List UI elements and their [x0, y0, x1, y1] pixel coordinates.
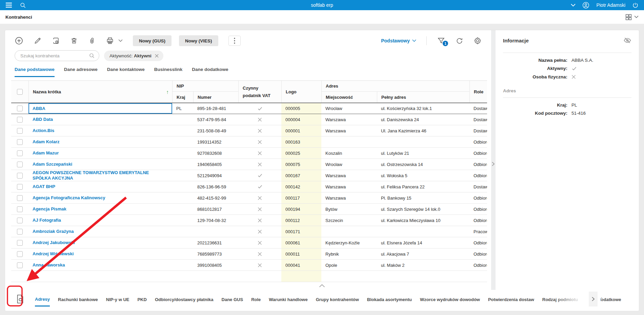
collapse-chevron-up-icon[interactable] — [319, 284, 325, 288]
detail-tab-11[interactable]: Potwierdzenia dostaw — [488, 292, 534, 306]
table-row[interactable]: ABD Data537-479-95-84000004Warszawaul. D… — [11, 114, 487, 125]
row-name-cell[interactable]: ABBA — [28, 103, 172, 114]
row-name-cell[interactable]: Adam Mazur — [28, 148, 172, 159]
row-checkbox[interactable] — [11, 125, 28, 136]
edit-button[interactable] — [34, 37, 42, 45]
view-selector[interactable]: Podstawowy — [381, 38, 416, 43]
row-checkbox[interactable] — [11, 215, 28, 226]
table-row[interactable]: Adam Mazur9270832608000025Koszalinul. Lu… — [11, 148, 487, 159]
header-nip-country[interactable]: Kraj — [172, 92, 193, 103]
main-tab-3[interactable]: Businesslink — [154, 67, 182, 77]
row-name-cell[interactable]: Adam Szczepański — [28, 159, 172, 170]
header-select-all-checkbox[interactable] — [11, 81, 28, 103]
row-name-cell[interactable]: AJ Fotografia — [28, 215, 172, 226]
header-address-group[interactable]: Adres — [321, 81, 469, 92]
panel-expand-chevron-icon[interactable] — [490, 161, 496, 167]
row-checkbox[interactable] — [11, 226, 28, 237]
row-checkbox[interactable] — [11, 260, 28, 271]
filter-button[interactable]: 1 — [437, 37, 445, 45]
settings-button[interactable] — [474, 37, 482, 45]
detail-tab-8[interactable]: Grupy kontrahentów — [316, 292, 359, 306]
main-tab-0[interactable]: Dane podstawowe — [15, 67, 55, 77]
header-role[interactable]: Role — [469, 81, 487, 103]
row-name-cell[interactable]: Anna Jaworska — [28, 260, 172, 271]
header-name[interactable]: Nazwa krótka ↑ — [28, 81, 172, 103]
table-row[interactable]: ABBAPL895-16-28-481000005Wrocławul. Kośc… — [11, 103, 487, 114]
table-row[interactable]: Agencja Fotograficzna Kalinowscy482-415-… — [11, 192, 487, 204]
table-row[interactable]: Adam Kolarz1993114352000163Odbiorca — [11, 136, 487, 148]
layout-grid-icon[interactable] — [625, 14, 632, 21]
detail-tab-6[interactable]: Role — [251, 292, 261, 306]
table-row[interactable]: Andrzej Jakubowski2021236631000061Kędzie… — [11, 237, 487, 248]
row-checkbox[interactable] — [11, 192, 28, 203]
delete-button[interactable] — [70, 37, 78, 45]
row-name-cell[interactable]: Adam Kolarz — [28, 136, 172, 147]
detail-tab-1[interactable]: Rachunki bankowe — [58, 292, 98, 306]
row-name-cell[interactable]: AGAT BHP — [28, 181, 172, 192]
table-row[interactable]: Andrzej Wiśniewski7685989773000011Rybnik… — [11, 248, 487, 260]
row-name-cell[interactable]: Andrzej Wiśniewski — [28, 248, 172, 259]
row-checkbox[interactable] — [11, 181, 28, 192]
print-button[interactable] — [106, 37, 114, 45]
table-row[interactable]: Adam Szczepański1940658405000075Wrocławu… — [11, 159, 487, 170]
main-tab-1[interactable]: Dane adresowe — [64, 67, 98, 77]
clipped-tab-label[interactable]: L — [601, 296, 604, 301]
header-logo[interactable]: Logo — [281, 81, 321, 103]
table-row[interactable]: Action.Bis231-508-08-49000001WarszawaUl.… — [11, 125, 487, 136]
search-input[interactable] — [20, 53, 89, 58]
more-actions-button[interactable] — [228, 36, 241, 46]
table-row[interactable]: Anna Jaworska3991008405000041Opoleul. Ma… — [11, 260, 487, 271]
detail-tab-5[interactable]: Dane GUS — [222, 292, 243, 306]
row-checkbox[interactable] — [11, 170, 28, 181]
row-name-cell[interactable]: Agencja Pismak — [28, 204, 172, 215]
row-name-cell[interactable]: Agencja Fotograficzna Kalinowscy — [28, 192, 172, 203]
layout-chevron-down-icon[interactable] — [634, 16, 639, 18]
detail-tab-3[interactable]: PKD — [137, 292, 146, 306]
row-checkbox[interactable] — [11, 114, 28, 125]
add-button[interactable] — [15, 36, 23, 45]
table-row[interactable]: Agencja Pismak8681012817000194Bytówul. S… — [11, 204, 487, 215]
header-full-address[interactable]: Pełny adres — [377, 92, 469, 103]
active-filter-chip[interactable]: Aktywność: Aktywni — [104, 51, 163, 61]
preview-document-button[interactable] — [52, 37, 60, 45]
new-gus-button[interactable]: Nowy (GUS) — [133, 35, 172, 46]
row-name-cell[interactable]: Andrzej Jakubowski — [28, 237, 172, 248]
main-tab-4[interactable]: Dane dodatkowe — [192, 67, 228, 77]
detail-tab-0[interactable]: Adresy — [35, 292, 50, 307]
table-row[interactable]: Ambroziak Grażyna000171Pracownik — [11, 226, 487, 237]
table-row[interactable]: AEGON POWSZECHNE TOWARZYSTWO EMERYTALNE … — [11, 170, 487, 181]
table-row[interactable]: AJ Fotografia129-704-08-32000112Szczecin… — [11, 215, 487, 226]
detail-tab-4[interactable]: Odbiorcy/dostawcy płatnika — [155, 292, 214, 306]
header-nip-group[interactable]: NIP — [172, 81, 238, 92]
tabs-scroll-next-button[interactable] — [589, 292, 598, 307]
row-checkbox[interactable] — [11, 136, 28, 147]
detail-tab-9[interactable]: Blokada asortymentu — [367, 292, 412, 306]
header-nip-number[interactable]: Numer — [193, 92, 238, 103]
search-box[interactable] — [15, 50, 99, 61]
row-checkbox[interactable] — [11, 103, 28, 114]
table-row[interactable]: AGAT BHP826-136-96-59000142Warszawaul. F… — [11, 181, 487, 192]
detail-tab-2[interactable]: NIP-y w UE — [106, 292, 129, 306]
breadcrumb[interactable]: Kontrahenci — [5, 15, 32, 20]
row-checkbox[interactable] — [11, 159, 28, 170]
header-city[interactable]: Miejscowość — [321, 92, 377, 103]
row-checkbox[interactable] — [11, 204, 28, 215]
row-checkbox[interactable] — [11, 237, 28, 248]
chip-close-icon[interactable] — [155, 54, 159, 58]
print-chevron-down-icon[interactable] — [118, 39, 123, 42]
main-tab-2[interactable]: Dane kontaktowe — [107, 67, 145, 77]
row-name-cell[interactable]: Action.Bis — [28, 125, 172, 136]
row-checkbox[interactable] — [11, 148, 28, 159]
header-vat[interactable]: Czynny podatnik VAT — [238, 81, 281, 103]
new-vies-button[interactable]: Nowy (VIES) — [179, 35, 218, 46]
refresh-button[interactable] — [456, 37, 463, 45]
detail-tab-7[interactable]: Warunki handlowe — [269, 292, 307, 306]
row-name-cell[interactable]: Ambroziak Grażyna — [28, 226, 172, 237]
row-name-cell[interactable]: AEGON POWSZECHNE TOWARZYSTWO EMERYTALNE … — [28, 170, 172, 181]
detail-tab-10[interactable]: Wzorce wydruków dowodów — [420, 292, 480, 306]
row-name-cell[interactable]: ABD Data — [28, 114, 172, 125]
row-checkbox[interactable] — [11, 248, 28, 259]
attachment-button[interactable] — [88, 37, 96, 45]
detail-tab-12[interactable]: Rodzaj podmiotu — [542, 292, 578, 306]
document-search-icon[interactable] — [13, 292, 27, 307]
